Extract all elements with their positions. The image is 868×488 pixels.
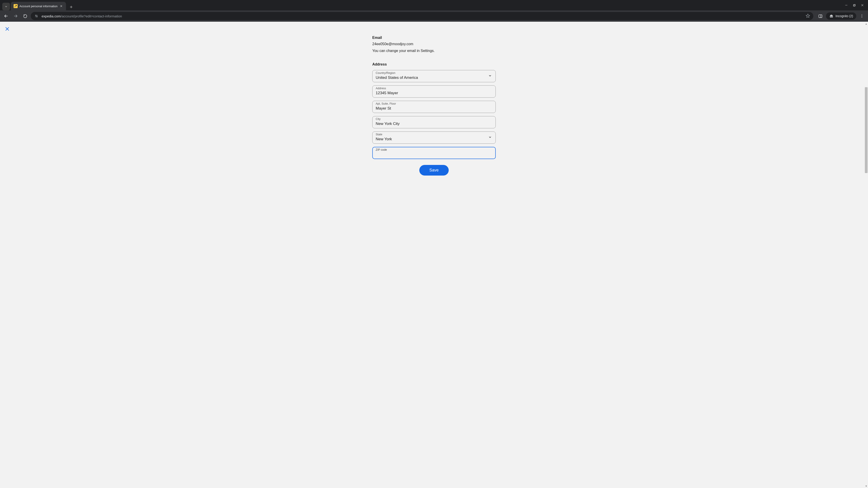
close-icon <box>861 4 864 7</box>
new-tab-button[interactable] <box>68 4 74 10</box>
window-close-button[interactable] <box>861 4 864 7</box>
nav-back-button[interactable] <box>2 12 10 20</box>
star-icon <box>806 13 810 18</box>
zip-code-input[interactable] <box>376 152 492 157</box>
city-label: City <box>376 118 492 121</box>
page-viewport: Email 24ee050e@moodjoy.com You can chang… <box>0 22 868 488</box>
panel-icon <box>818 14 823 18</box>
vertical-scrollbar[interactable]: ▲ ▼ <box>864 22 868 488</box>
close-modal-button[interactable] <box>4 26 10 32</box>
email-section-label: Email <box>372 36 496 40</box>
kebab-icon <box>860 14 864 18</box>
close-icon <box>60 5 63 7</box>
site-settings-button[interactable] <box>34 13 39 19</box>
state-label: State <box>376 133 486 136</box>
svg-rect-5 <box>854 4 855 6</box>
incognito-indicator[interactable]: Incognito (2) <box>826 12 856 20</box>
chevron-down-icon <box>488 74 492 78</box>
city-field[interactable]: City <box>372 116 496 128</box>
svg-rect-6 <box>853 4 855 6</box>
scroll-down-arrow[interactable]: ▼ <box>864 484 868 488</box>
country-region-select[interactable]: Country/Region United States of America <box>372 70 496 82</box>
svg-point-19 <box>832 16 833 18</box>
maximize-icon <box>853 4 856 7</box>
nav-reload-button[interactable] <box>21 12 29 20</box>
address-label: Address <box>376 87 492 90</box>
svg-point-22 <box>862 16 862 17</box>
browser-menu-button[interactable] <box>858 12 866 20</box>
svg-marker-15 <box>806 14 810 18</box>
zip-code-field[interactable]: ZIP code <box>372 147 496 159</box>
svg-point-23 <box>862 17 862 18</box>
scroll-up-arrow[interactable]: ▲ <box>864 22 868 26</box>
save-button[interactable]: Save <box>419 165 448 175</box>
tab-search-button[interactable] <box>2 3 10 10</box>
scroll-thumb[interactable] <box>865 87 868 173</box>
svg-point-18 <box>830 16 831 18</box>
state-select[interactable]: State New York <box>372 131 496 144</box>
city-input[interactable] <box>376 121 492 127</box>
arrow-left-icon <box>4 14 8 18</box>
address-section-label: Address <box>372 62 496 66</box>
incognito-label: Incognito (2) <box>835 14 853 18</box>
contact-info-form: Email 24ee050e@moodjoy.com You can chang… <box>372 22 496 175</box>
svg-point-21 <box>862 14 862 15</box>
email-value: 24ee050e@moodjoy.com <box>372 42 496 46</box>
address-field[interactable]: Address <box>372 86 496 98</box>
expedia-favicon <box>13 4 18 8</box>
minimize-icon <box>845 4 848 7</box>
url-path: /account/profile?edit=contact-informatio… <box>61 14 122 18</box>
tab-title: Account personal information <box>20 4 57 8</box>
nav-forward-button[interactable] <box>12 12 20 20</box>
url-domain: expedia.com <box>41 14 61 18</box>
apt-suite-floor-field[interactable]: Apt, Suite, Floor <box>372 101 496 113</box>
svg-point-14 <box>37 16 37 17</box>
browser-tab[interactable]: Account personal information <box>11 2 66 10</box>
zip-code-label: ZIP code <box>376 149 492 151</box>
address-bar[interactable]: expedia.com/account/profile?edit=contact… <box>31 12 813 20</box>
close-icon <box>4 26 10 32</box>
svg-rect-16 <box>819 15 822 18</box>
state-value: New York <box>376 136 486 142</box>
email-hint: You can change your email in Settings. <box>372 49 496 53</box>
bookmark-button[interactable] <box>806 13 810 19</box>
country-region-label: Country/Region <box>376 72 486 74</box>
window-minimize-button[interactable] <box>845 4 848 7</box>
svg-point-12 <box>35 15 36 15</box>
country-region-value: United States of America <box>376 75 486 80</box>
reload-icon <box>23 14 27 18</box>
url-text: expedia.com/account/profile?edit=contact… <box>41 14 803 18</box>
plus-icon <box>69 5 73 9</box>
browser-titlebar: Account personal information <box>0 0 868 10</box>
arrow-right-icon <box>13 14 18 18</box>
chevron-down-icon <box>488 135 492 140</box>
tune-icon <box>34 14 38 18</box>
tab-close-button[interactable] <box>59 4 63 8</box>
window-maximize-button[interactable] <box>853 4 856 7</box>
address-input[interactable] <box>376 90 492 96</box>
apt-suite-floor-input[interactable] <box>376 106 492 111</box>
side-panel-button[interactable] <box>816 12 824 20</box>
browser-toolbar: expedia.com/account/profile?edit=contact… <box>0 10 868 22</box>
chevron-down-icon <box>4 5 8 8</box>
apt-suite-floor-label: Apt, Suite, Floor <box>376 102 492 105</box>
incognito-icon <box>829 14 834 18</box>
